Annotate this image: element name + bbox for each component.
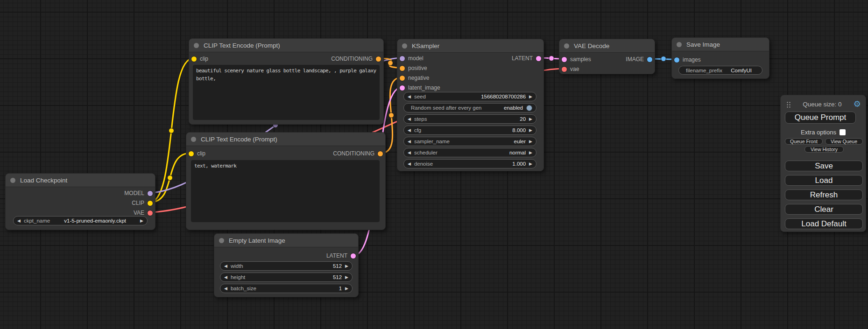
collapse-dot-icon[interactable] (10, 178, 15, 183)
output-slot-latent[interactable]: LATENT (512, 55, 541, 62)
left-arrow-icon[interactable]: ◀ (408, 117, 411, 121)
vae-port-icon[interactable] (148, 210, 153, 216)
widget-ckpt-name[interactable]: ◀ ckpt_name v1-5-pruned-emaonly.ckpt ▶ (13, 216, 148, 225)
collapse-dot-icon[interactable] (564, 43, 569, 49)
node-title-bar[interactable]: KSampler (397, 39, 543, 53)
vae-port-icon[interactable] (562, 67, 567, 72)
node-empty-latent-image[interactable]: Empty Latent Image LATENT ◀ width 512 ▶ … (214, 233, 359, 297)
widget-steps[interactable]: ◀ steps 20 ▶ (403, 114, 536, 124)
node-title-bar[interactable]: CLIP Text Encode (Prompt) (186, 133, 385, 146)
clear-button[interactable]: Clear (785, 204, 863, 215)
node-title-bar[interactable]: Save Image (672, 38, 769, 51)
latent-port-icon[interactable] (351, 253, 356, 259)
queue-prompt-button[interactable]: Queue Prompt (785, 112, 856, 124)
gear-icon[interactable]: ⚙ (854, 100, 861, 108)
clip-port-icon[interactable] (189, 151, 194, 156)
output-slot-conditioning[interactable]: CONDITIONING (333, 150, 383, 157)
latent-port-icon[interactable] (536, 56, 541, 61)
widget-seed[interactable]: ◀ seed 156680208700286 ▶ (403, 92, 536, 101)
input-slot-latent-image[interactable]: latent_image (400, 84, 440, 91)
drag-handle-icon[interactable] (786, 101, 791, 108)
left-arrow-icon[interactable]: ◀ (408, 162, 411, 166)
toggle-enabled-icon[interactable] (526, 105, 532, 111)
input-slot-model[interactable]: model (400, 55, 423, 62)
queue-front-button[interactable]: Queue Front (785, 138, 823, 145)
node-ksampler[interactable]: KSampler model LATENT positive negative … (397, 39, 544, 171)
image-port-icon[interactable] (647, 57, 652, 62)
load-button[interactable]: Load (785, 175, 863, 186)
conditioning-port-icon[interactable] (400, 66, 405, 71)
refresh-button[interactable]: Refresh (785, 189, 863, 200)
save-button[interactable]: Save (785, 161, 863, 171)
widget-filename-prefix[interactable]: filename_prefix ComfyUI (678, 66, 762, 75)
collapse-dot-icon[interactable] (194, 43, 199, 48)
prompt-textarea-positive[interactable]: beautiful scenery nature glass bottle la… (193, 65, 380, 120)
right-arrow-icon[interactable]: ▶ (345, 275, 348, 280)
collapse-dot-icon[interactable] (677, 42, 682, 47)
output-slot-model[interactable]: MODEL (124, 189, 153, 197)
view-queue-button[interactable]: View Queue (825, 138, 863, 145)
image-port-icon[interactable] (674, 57, 679, 63)
node-title-bar[interactable]: Empty Latent Image (214, 234, 358, 247)
right-arrow-icon[interactable]: ▶ (140, 219, 143, 223)
widget-height[interactable]: ◀ height 512 ▶ (220, 273, 353, 282)
collapse-dot-icon[interactable] (402, 43, 407, 49)
input-slot-clip[interactable]: clip (189, 150, 205, 157)
output-slot-image[interactable]: IMAGE (626, 56, 652, 63)
node-clip-text-encode-positive[interactable]: CLIP Text Encode (Prompt) clip CONDITION… (189, 38, 384, 125)
widget-denoise[interactable]: ◀ denoise 1.000 ▶ (403, 159, 536, 168)
left-arrow-icon[interactable]: ◀ (408, 140, 411, 144)
left-arrow-icon[interactable]: ◀ (224, 264, 227, 268)
conditioning-port-icon[interactable] (376, 56, 381, 62)
right-arrow-icon[interactable]: ▶ (345, 287, 348, 291)
view-history-button[interactable]: View History (804, 146, 844, 153)
node-title-bar[interactable]: CLIP Text Encode (Prompt) (189, 39, 383, 52)
node-title-bar[interactable]: VAE Decode (559, 39, 655, 53)
node-title-bar[interactable]: Load Checkpoint (6, 174, 155, 187)
right-arrow-icon[interactable]: ▶ (529, 151, 532, 155)
load-default-button[interactable]: Load Default (785, 218, 863, 229)
clip-port-icon[interactable] (191, 56, 197, 62)
model-port-icon[interactable] (400, 56, 405, 61)
node-vae-decode[interactable]: VAE Decode samples IMAGE vae (559, 39, 655, 74)
conditioning-port-icon[interactable] (400, 76, 405, 81)
extra-options-checkbox[interactable] (840, 129, 846, 135)
right-arrow-icon[interactable]: ▶ (345, 264, 348, 268)
node-save-image[interactable]: Save Image images filename_prefix ComfyU… (671, 37, 769, 79)
right-arrow-icon[interactable]: ▶ (529, 128, 532, 133)
right-arrow-icon[interactable]: ▶ (529, 95, 532, 99)
right-arrow-icon[interactable]: ▶ (529, 162, 532, 166)
right-arrow-icon[interactable]: ▶ (529, 140, 532, 144)
widget-scheduler[interactable]: ◀ scheduler normal ▶ (403, 148, 536, 157)
input-slot-vae[interactable]: vae (562, 65, 579, 73)
right-arrow-icon[interactable]: ▶ (529, 117, 532, 121)
output-slot-clip[interactable]: CLIP (132, 199, 153, 207)
input-slot-positive[interactable]: positive (400, 64, 427, 72)
output-slot-latent[interactable]: LATENT (326, 252, 356, 259)
input-slot-clip[interactable]: clip (191, 55, 208, 63)
output-slot-vae[interactable]: VAE (134, 209, 153, 217)
latent-port-icon[interactable] (562, 57, 567, 62)
output-slot-conditioning[interactable]: CONDITIONING (331, 55, 381, 63)
input-slot-negative[interactable]: negative (400, 74, 429, 82)
prompt-textarea-negative[interactable]: text, watermark (191, 160, 380, 222)
left-arrow-icon[interactable]: ◀ (408, 128, 411, 133)
collapse-dot-icon[interactable] (219, 238, 224, 243)
widget-batch-size[interactable]: ◀ batch_size 1 ▶ (220, 284, 353, 293)
widget-cfg[interactable]: ◀ cfg 8.000 ▶ (403, 126, 536, 135)
left-arrow-icon[interactable]: ◀ (408, 95, 411, 99)
input-slot-samples[interactable]: samples (562, 56, 591, 63)
widget-sampler-name[interactable]: ◀ sampler_name euler ▶ (403, 137, 536, 146)
left-arrow-icon[interactable]: ◀ (408, 151, 411, 155)
widget-width[interactable]: ◀ width 512 ▶ (220, 261, 353, 271)
conditioning-port-icon[interactable] (378, 151, 383, 156)
node-clip-text-encode-negative[interactable]: CLIP Text Encode (Prompt) clip CONDITION… (186, 132, 386, 230)
node-graph-canvas[interactable]: Load Checkpoint MODEL CLIP VAE ◀ ckpt_na… (0, 0, 868, 329)
clip-port-icon[interactable] (148, 201, 153, 206)
latent-port-icon[interactable] (400, 85, 405, 91)
input-slot-images[interactable]: images (674, 56, 701, 63)
model-port-icon[interactable] (148, 191, 153, 196)
node-load-checkpoint[interactable]: Load Checkpoint MODEL CLIP VAE ◀ ckpt_na… (5, 173, 155, 230)
left-arrow-icon[interactable]: ◀ (224, 275, 227, 280)
left-arrow-icon[interactable]: ◀ (224, 287, 227, 291)
